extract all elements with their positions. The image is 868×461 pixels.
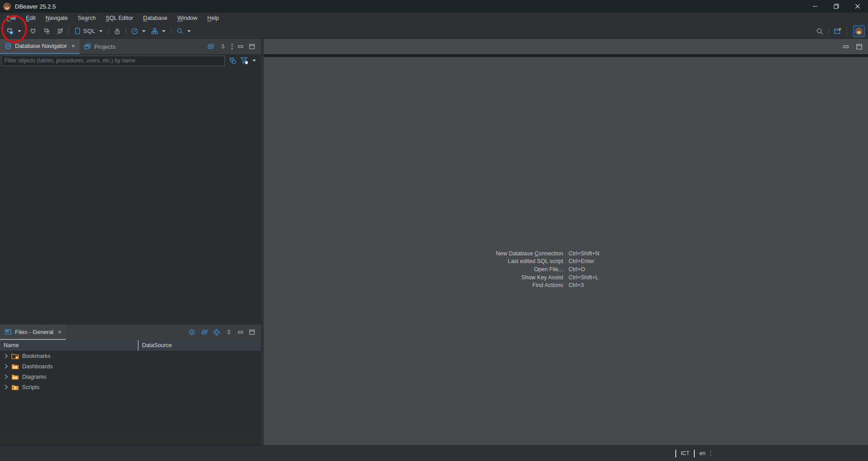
sql-editor-dropdown[interactable]	[99, 30, 103, 32]
close-tab-icon[interactable]: ×	[71, 42, 75, 49]
language-indicator[interactable]: en	[699, 450, 705, 456]
dashboard-dropdown[interactable]	[142, 30, 146, 32]
shortcut-show-key-assist: Show Key Assist Ctrl+Shift+L	[473, 273, 640, 282]
menu-database[interactable]: Database	[138, 14, 172, 23]
maximize-view-button[interactable]	[249, 43, 255, 50]
left-panel: Database Navigator × Projects	[0, 39, 261, 445]
status-separator	[675, 450, 676, 457]
restore-button[interactable]	[825, 0, 847, 13]
folder-view-icon	[5, 328, 12, 335]
tab-label: Files - General	[15, 329, 53, 335]
editor-header	[264, 39, 868, 54]
expand-all-button[interactable]	[213, 329, 220, 336]
menu-navigate[interactable]: Navigate	[41, 14, 73, 23]
status-bar: ICT en	[0, 445, 868, 461]
reconnect-button[interactable]	[42, 25, 52, 37]
disconnect-button[interactable]	[55, 25, 65, 37]
timezone-indicator[interactable]: ICT	[681, 450, 689, 456]
status-separator	[694, 450, 695, 457]
window-title: DBeaver 25.2.5	[15, 3, 56, 10]
menu-sql-editor[interactable]: SQL Editor	[101, 14, 138, 23]
dbeaver-logo-icon	[3, 2, 11, 11]
status-menu-dots[interactable]	[710, 451, 711, 456]
new-connection-button[interactable]	[5, 25, 15, 37]
filter-settings-dropdown[interactable]	[252, 60, 256, 61]
tree-item-bookmarks[interactable]: Bookmarks	[0, 351, 261, 361]
chevron-right-icon[interactable]	[4, 374, 9, 380]
dbeaver-perspective-button[interactable]	[853, 25, 865, 37]
maximize-view-button[interactable]	[856, 43, 863, 50]
chevron-right-icon[interactable]	[4, 363, 9, 369]
filter-connected-button[interactable]	[228, 56, 237, 65]
column-name[interactable]: Name	[0, 340, 138, 351]
commit-mode-button[interactable]	[150, 25, 160, 37]
editor-area: New Database Connection Ctrl+Shift+N Las…	[264, 39, 868, 445]
tab-projects[interactable]: Projects	[80, 39, 120, 54]
menu-window[interactable]: Window	[172, 14, 202, 23]
open-perspective-button[interactable]	[832, 25, 843, 37]
files-tab-bar: Files - General ×	[0, 325, 261, 340]
editor-separator	[264, 54, 868, 57]
shortcut-open-file: Open File... Ctrl+O	[473, 265, 640, 273]
search-button[interactable]	[175, 25, 185, 37]
toolbar-separator-dots	[828, 29, 829, 33]
tree-item-scripts[interactable]: Scripts	[0, 382, 261, 392]
title-bar: DBeaver 25.2.5	[0, 0, 868, 13]
column-datasource[interactable]: DataSource	[138, 340, 172, 351]
connect-button[interactable]	[28, 25, 38, 37]
close-button[interactable]	[847, 0, 868, 13]
shortcut-last-edited-sql-script: Last edited SQL script Ctrl+Enter	[473, 258, 640, 266]
settings-gear-button[interactable]	[188, 328, 196, 336]
toolbar-separator-dots	[108, 29, 109, 33]
sql-editor-label: SQL	[83, 28, 95, 34]
tab-label: Projects	[95, 43, 116, 50]
menu-help[interactable]: Help	[202, 14, 224, 23]
minimize-view-button[interactable]	[237, 43, 244, 50]
dbeaver-window: DBeaver 25.2.5 File Edit Navigate	[0, 0, 868, 461]
search-dropdown[interactable]	[187, 30, 191, 32]
database-icon	[5, 42, 12, 50]
horizontal-scrollbar[interactable]	[0, 438, 261, 443]
filter-settings-button[interactable]	[240, 56, 249, 65]
menu-search[interactable]: Search	[73, 14, 101, 23]
tree-item-dashboards[interactable]: Dashboards	[0, 361, 261, 372]
minimize-view-button[interactable]	[843, 43, 849, 50]
minimize-view-button[interactable]	[237, 329, 244, 335]
minimize-button[interactable]	[804, 0, 825, 13]
navigator-tree-area	[0, 67, 261, 325]
link-with-editor-button[interactable]	[225, 329, 232, 336]
toolbar-separator-dots	[171, 29, 172, 33]
bookmarks-folder-icon	[11, 353, 19, 359]
close-tab-icon[interactable]: ×	[58, 329, 62, 335]
open-sql-editor-button[interactable]: SQL	[72, 25, 97, 37]
diagrams-folder-icon	[11, 373, 19, 380]
shortcut-new-database-connection: New Database Connection Ctrl+Shift+N	[473, 249, 640, 258]
main-toolbar: SQL	[0, 24, 868, 39]
filter-input[interactable]	[1, 56, 225, 66]
files-tree: Bookmarks Dashboards	[0, 351, 261, 392]
toolbar-right-cluster	[815, 24, 865, 39]
projects-icon	[84, 43, 91, 50]
menu-file[interactable]: File	[2, 14, 21, 23]
lock-button[interactable]	[112, 25, 122, 37]
collapse-all-button[interactable]	[207, 43, 214, 50]
tree-item-diagrams[interactable]: Diagrams	[0, 372, 261, 382]
chevron-right-icon[interactable]	[4, 353, 9, 359]
quick-search-button[interactable]	[815, 25, 825, 37]
navigator-filter-row	[0, 54, 261, 67]
view-menu-button[interactable]	[232, 44, 233, 49]
maximize-view-button[interactable]	[249, 329, 255, 335]
tab-label: Database Navigator	[15, 42, 67, 49]
menu-bar: File Edit Navigate Search SQL Editor Dat…	[0, 13, 868, 24]
toolbar-separator-dots	[125, 29, 126, 33]
new-connection-dropdown[interactable]	[18, 30, 21, 32]
dashboard-button[interactable]	[129, 25, 140, 37]
commit-mode-dropdown[interactable]	[162, 30, 166, 32]
menu-edit[interactable]: Edit	[21, 14, 41, 23]
tab-files-general[interactable]: Files - General ×	[0, 325, 66, 340]
link-with-editor-button[interactable]	[219, 43, 227, 50]
tab-database-navigator[interactable]: Database Navigator ×	[0, 39, 80, 54]
chevron-right-icon[interactable]	[4, 384, 9, 390]
editor-shortcut-hints: New Database Connection Ctrl+Shift+N Las…	[473, 249, 640, 289]
collapse-all-button[interactable]	[201, 329, 208, 336]
